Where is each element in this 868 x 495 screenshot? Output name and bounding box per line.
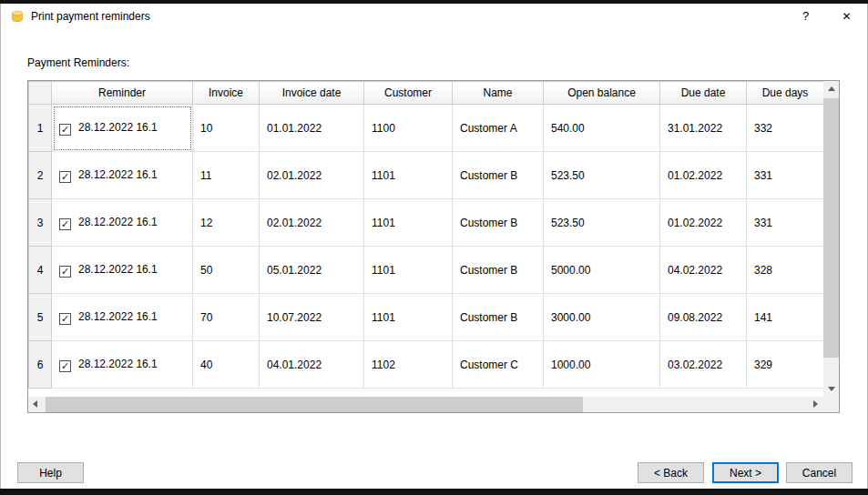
cell-due-date[interactable]: 01.02.2022 [660, 199, 747, 247]
cell-invoice[interactable]: 12 [193, 199, 260, 247]
column-header-invoice[interactable]: Invoice [193, 82, 260, 105]
table-row: 4✓28.12.2022 16.15005.01.20221101Custome… [29, 247, 824, 294]
titlebar-help-button[interactable]: ? [785, 4, 826, 29]
titlebar[interactable]: Print payment reminders ? ✕ [1, 4, 867, 29]
cell-invoice-date[interactable]: 05.01.2022 [260, 247, 364, 294]
cell-customer[interactable]: 1102 [364, 341, 453, 389]
reminder-checkbox[interactable]: ✓ [59, 218, 71, 230]
cell-name[interactable]: Customer B [453, 294, 544, 341]
cell-open-balance[interactable]: 540.00 [544, 105, 660, 152]
cell-due-date[interactable]: 03.02.2022 [660, 341, 747, 389]
column-header-invoice-date[interactable]: Invoice date [260, 82, 364, 105]
column-header-open-balance[interactable]: Open balance [544, 82, 660, 105]
grid-viewport: ReminderInvoiceInvoice dateCustomerNameO… [28, 81, 823, 397]
cell-invoice-date[interactable]: 01.01.2022 [260, 105, 364, 152]
cell-due-date[interactable]: 01.02.2022 [660, 152, 747, 199]
scroll-down-button[interactable] [823, 381, 839, 397]
reminder-text: 28.12.2022 16.1 [78, 263, 158, 276]
reminder-checkbox[interactable]: ✓ [59, 124, 71, 136]
cell-invoice[interactable]: 70 [193, 294, 260, 341]
cell-invoice-date[interactable]: 10.07.2022 [260, 294, 364, 341]
column-header-name[interactable]: Name [453, 82, 544, 105]
reminder-checkbox[interactable]: ✓ [59, 360, 71, 372]
close-button[interactable]: ✕ [826, 4, 867, 29]
vertical-scrollbar[interactable] [823, 81, 839, 397]
cell-open-balance[interactable]: 523.50 [544, 152, 660, 199]
cell-reminder[interactable]: ✓28.12.2022 16.1 [52, 247, 193, 294]
cell-reminder[interactable]: ✓28.12.2022 16.1 [52, 199, 193, 247]
cell-invoice[interactable]: 11 [193, 152, 260, 199]
help-button[interactable]: Help [17, 462, 84, 483]
cell-customer[interactable]: 1101 [364, 294, 453, 341]
reminder-checkbox[interactable]: ✓ [59, 313, 71, 325]
reminder-text: 28.12.2022 16.1 [78, 310, 158, 323]
cell-name[interactable]: Customer A [453, 105, 544, 152]
cell-due-days[interactable]: 141 [747, 294, 824, 341]
cell-name[interactable]: Customer C [453, 341, 544, 389]
scroll-up-button[interactable] [823, 81, 839, 96]
row-number[interactable]: 1 [29, 105, 52, 152]
vertical-scroll-thumb[interactable] [823, 98, 839, 358]
table-row: 6✓28.12.2022 16.14004.01.20221102Custome… [29, 341, 824, 389]
cell-name[interactable]: Customer B [453, 247, 544, 294]
cell-open-balance[interactable]: 1000.00 [544, 341, 660, 389]
cell-due-days[interactable]: 328 [747, 247, 824, 294]
scroll-left-button[interactable] [28, 397, 44, 412]
table-row: 3✓28.12.2022 16.11202.01.20221101Custome… [29, 199, 824, 247]
reminder-text: 28.12.2022 16.1 [78, 168, 158, 181]
reminder-checkbox[interactable]: ✓ [59, 171, 71, 183]
cell-customer[interactable]: 1101 [364, 152, 453, 199]
horizontal-scroll-thumb[interactable] [46, 397, 583, 412]
cell-due-days[interactable]: 332 [747, 105, 824, 152]
cell-open-balance[interactable]: 3000.00 [544, 294, 660, 341]
cell-customer[interactable]: 1101 [364, 247, 453, 294]
back-button[interactable]: < Back [638, 462, 704, 483]
reminder-checkbox[interactable]: ✓ [59, 266, 71, 278]
cell-due-date[interactable]: 31.01.2022 [660, 105, 747, 152]
table-row: 1✓28.12.2022 16.11001.01.20221100Custome… [29, 105, 824, 152]
row-number[interactable]: 6 [29, 341, 52, 389]
horizontal-scrollbar[interactable] [28, 397, 823, 412]
cell-reminder[interactable]: ✓28.12.2022 16.1 [52, 105, 193, 152]
cell-due-days[interactable]: 331 [747, 152, 824, 199]
cell-invoice-date[interactable]: 02.01.2022 [260, 152, 364, 199]
cell-name[interactable]: Customer B [453, 199, 544, 247]
column-header-reminder[interactable]: Reminder [52, 82, 193, 105]
dialog-window: Print payment reminders ? ✕ Payment Remi… [0, 4, 868, 489]
column-header-customer[interactable]: Customer [364, 82, 453, 105]
cell-name[interactable]: Customer B [453, 152, 544, 199]
cell-invoice[interactable]: 50 [193, 247, 260, 294]
column-header-due-days[interactable]: Due days [747, 82, 824, 105]
table-row: 2✓28.12.2022 16.11102.01.20221101Custome… [29, 152, 824, 199]
cell-due-days[interactable]: 331 [747, 199, 824, 247]
table-body: 1✓28.12.2022 16.11001.01.20221100Custome… [29, 105, 824, 389]
cell-invoice[interactable]: 40 [193, 341, 260, 389]
cell-invoice[interactable]: 10 [193, 105, 260, 152]
table-row: 5✓28.12.2022 16.17010.07.20221101Custome… [29, 294, 824, 341]
row-number[interactable]: 3 [29, 199, 52, 247]
cell-reminder[interactable]: ✓28.12.2022 16.1 [52, 152, 193, 199]
reminders-table: ReminderInvoiceInvoice dateCustomerNameO… [28, 81, 823, 389]
cell-customer[interactable]: 1101 [364, 199, 453, 247]
payment-reminders-label: Payment Reminders: [27, 56, 129, 69]
cell-reminder[interactable]: ✓28.12.2022 16.1 [52, 294, 193, 341]
row-number[interactable]: 5 [29, 294, 52, 341]
cell-invoice-date[interactable]: 04.01.2022 [260, 341, 364, 389]
table-header-row: ReminderInvoiceInvoice dateCustomerNameO… [29, 82, 824, 105]
column-header-due-date[interactable]: Due date [660, 82, 747, 105]
row-number[interactable]: 4 [29, 247, 52, 294]
cell-customer[interactable]: 1100 [364, 105, 453, 152]
cell-reminder[interactable]: ✓28.12.2022 16.1 [52, 341, 193, 389]
window-bottom-edge [0, 489, 868, 495]
cell-invoice-date[interactable]: 02.01.2022 [260, 199, 364, 247]
cell-open-balance[interactable]: 523.50 [544, 199, 660, 247]
cell-due-date[interactable]: 04.02.2022 [660, 247, 747, 294]
cell-due-date[interactable]: 09.08.2022 [660, 294, 747, 341]
cell-open-balance[interactable]: 5000.00 [544, 247, 660, 294]
next-button[interactable]: Next > [712, 462, 779, 483]
reminder-text: 28.12.2022 16.1 [78, 121, 158, 134]
scroll-right-button[interactable] [808, 397, 823, 412]
row-number[interactable]: 2 [29, 152, 52, 199]
cell-due-days[interactable]: 329 [747, 341, 824, 389]
cancel-button[interactable]: Cancel [786, 462, 853, 483]
